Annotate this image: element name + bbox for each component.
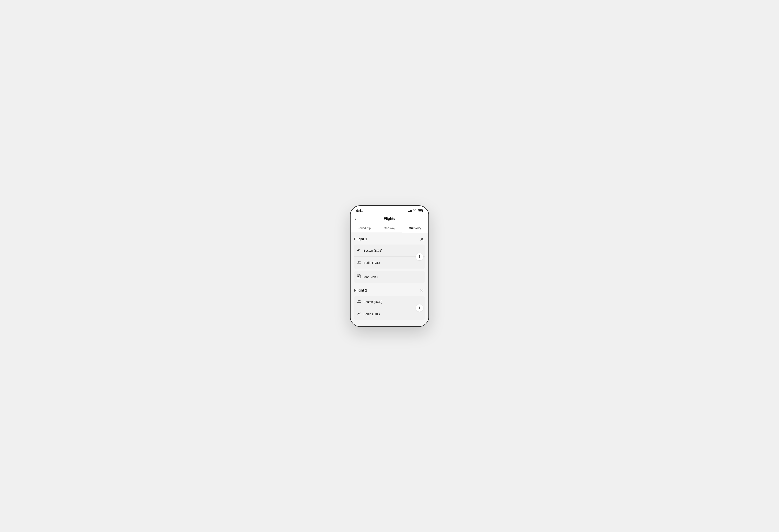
page-header: ‹ Flights: [351, 214, 428, 224]
close-icon: [421, 289, 423, 292]
flight-2-destination-row[interactable]: Berlin (TXL): [354, 308, 425, 320]
wifi-icon: [413, 209, 416, 212]
flight-2-origin-row[interactable]: Boston (BOS): [354, 296, 425, 308]
flight-2-airport-card: Boston (BOS) Berlin (TXL): [354, 296, 425, 320]
flight-1-airport-card: Boston (BOS) Berlin (TXL): [354, 245, 425, 269]
flight-2-close-button[interactable]: [419, 288, 425, 293]
takeoff-icon-2: [357, 299, 361, 305]
flight-2-destination-text: Berlin (TXL): [364, 312, 380, 316]
tab-round-trip[interactable]: Round-trip: [351, 224, 377, 232]
takeoff-icon: [357, 248, 361, 253]
flight-1-origin-text: Boston (BOS): [364, 249, 382, 252]
flight-1-date-card[interactable]: Mon, Jan 1: [354, 271, 425, 283]
landing-icon-2: [357, 311, 361, 317]
flight-1-swap-button[interactable]: [416, 253, 423, 260]
back-button[interactable]: ‹: [355, 216, 356, 221]
flight-2-title: Flight 2: [354, 288, 367, 292]
tab-multi-city[interactable]: Multi-city: [402, 224, 428, 232]
battery-icon: [418, 209, 423, 212]
swap-icon: [418, 255, 421, 258]
status-bar: 9:41: [351, 206, 428, 214]
signal-icon: [408, 209, 412, 212]
status-time: 9:41: [356, 209, 363, 213]
close-icon: [421, 238, 423, 241]
trip-type-tabs: Round-trip One-way Multi-city: [351, 224, 428, 232]
landing-icon: [357, 260, 361, 265]
flight-2-swap-button[interactable]: [416, 304, 423, 312]
flight-1-title: Flight 1: [354, 237, 367, 241]
calendar-icon: [357, 274, 361, 280]
swap-icon-2: [418, 306, 421, 310]
flight-1-destination-row[interactable]: Berlin (TXL): [354, 257, 425, 269]
flight-1-date-text: Mon, Jan 1: [364, 275, 378, 279]
flight-1-close-button[interactable]: [419, 237, 425, 242]
page-title: Flights: [384, 216, 396, 221]
phone-frame: 9:41 ‹: [350, 205, 429, 327]
status-icons: [408, 209, 423, 212]
flight-2-origin-text: Boston (BOS): [364, 300, 382, 304]
flight-2-header: Flight 2: [354, 288, 425, 293]
flight-1-section: Flight 1 Boston (BOS): [354, 237, 425, 283]
flight-1-header: Flight 1: [354, 237, 425, 242]
flight-2-section: Flight 2 Boston (BOS): [354, 288, 425, 320]
svg-rect-2: [359, 276, 359, 277]
scroll-content: Flight 1 Boston (BOS): [351, 232, 428, 326]
svg-rect-1: [358, 276, 358, 277]
flight-1-destination-text: Berlin (TXL): [364, 261, 380, 264]
tab-one-way[interactable]: One-way: [377, 224, 402, 232]
flight-1-origin-row[interactable]: Boston (BOS): [354, 245, 425, 257]
